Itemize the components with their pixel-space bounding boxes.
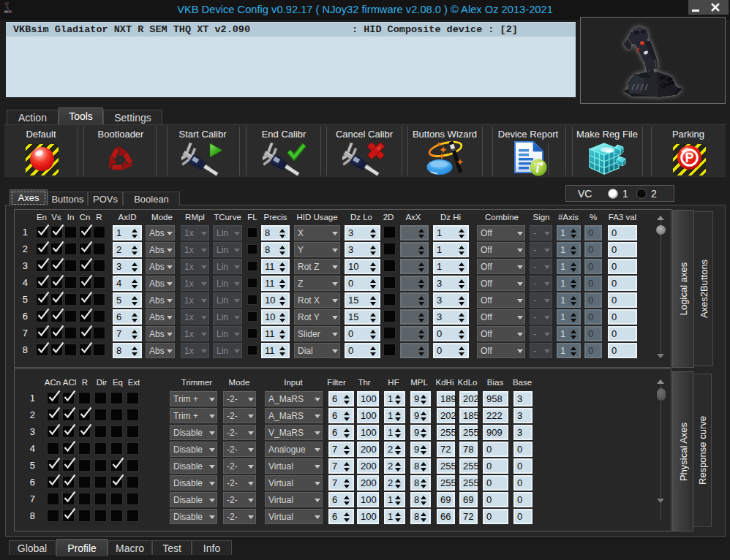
svg-text:P: P bbox=[685, 151, 694, 165]
svg-text:i: i bbox=[535, 161, 539, 175]
